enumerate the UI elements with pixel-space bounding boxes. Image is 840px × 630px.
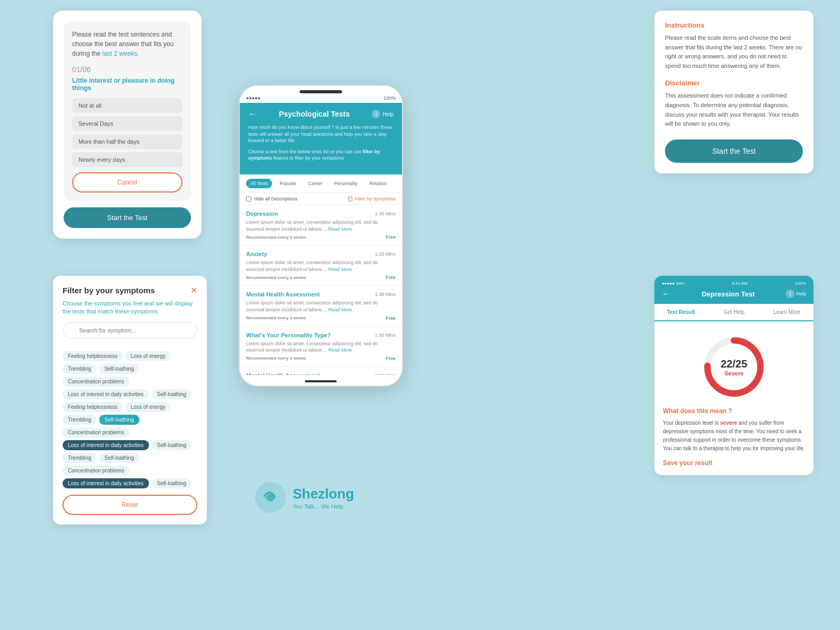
test-name[interactable]: Depression bbox=[246, 211, 278, 217]
logo-section: Shezlong You Talk... We Help bbox=[255, 482, 354, 513]
test-recommended: Recommended every 2 weeks bbox=[246, 316, 306, 320]
symptom-tag[interactable]: Concentration problems bbox=[63, 466, 129, 476]
symptom-tag[interactable]: Loss of interest in daily activities bbox=[63, 389, 149, 399]
symptom-tag[interactable]: Feeling helplessness bbox=[63, 351, 122, 361]
test-list-item: Anxiety 1:30 Mins Lorem ipsum dolor sit … bbox=[240, 246, 402, 286]
filter-by-symptoms-link[interactable]: 📋 Filter by Symptoms bbox=[347, 196, 396, 202]
symptom-tag[interactable]: Self-loathing bbox=[152, 440, 192, 450]
tab-personality[interactable]: Personality bbox=[330, 179, 362, 188]
tab-all-tests[interactable]: All Tests bbox=[246, 179, 272, 188]
logo-tagline: You Talk... We Help bbox=[293, 503, 354, 510]
donut-score: 22/25 bbox=[721, 358, 747, 370]
test-recommended: Recommended every 2 weeks bbox=[246, 356, 306, 361]
phone-help-button[interactable]: i Help bbox=[372, 110, 393, 118]
symptom-search-input[interactable] bbox=[63, 322, 197, 338]
donut-label: 22/25 Severe bbox=[721, 358, 747, 377]
symptom-tag[interactable]: Self-loathing bbox=[99, 415, 139, 425]
symptom-tag[interactable]: Loss of energy bbox=[125, 402, 171, 412]
option-more-than-half[interactable]: More than half the days bbox=[72, 134, 182, 149]
test-name[interactable]: Mental Health Assessment bbox=[246, 291, 320, 298]
test-name[interactable]: Mental Health Assessment bbox=[246, 372, 320, 375]
symptom-tag[interactable]: Self-loathing bbox=[99, 453, 139, 463]
phone-header-sub-desc: Choose a test from the below tests list … bbox=[248, 148, 393, 162]
test-desc: Lorem ipsum dolor sit amet, consectetur … bbox=[246, 219, 396, 232]
quiz-options: Not at all Several Days More than half t… bbox=[72, 98, 182, 167]
symptom-tag[interactable]: Loss of interest in daily activities bbox=[63, 440, 149, 450]
tab-popular[interactable]: Popular bbox=[275, 179, 300, 188]
test-duration: 1:30 Mins bbox=[375, 373, 396, 375]
test-name[interactable]: What's Your Personality Type? bbox=[246, 332, 331, 338]
instructions-title: Instructions bbox=[665, 21, 803, 29]
hide-desc-checkbox[interactable] bbox=[246, 196, 251, 202]
start-test-button-right[interactable]: Start the Test bbox=[665, 139, 803, 163]
symptom-tag[interactable]: Loss of energy bbox=[125, 351, 171, 361]
test-duration: 1:30 Mins bbox=[375, 332, 396, 338]
test-name[interactable]: Anxiety bbox=[246, 251, 267, 257]
option-several-days[interactable]: Several Days bbox=[72, 116, 182, 131]
read-more-link[interactable]: Read More bbox=[328, 267, 352, 272]
tab-relation[interactable]: Relation bbox=[365, 179, 391, 188]
symptom-tag[interactable]: Self-loathing bbox=[152, 478, 192, 488]
tab-test-result[interactable]: Test Result bbox=[654, 304, 707, 321]
filter-subtitle: Choose the symptoms you feel and we will… bbox=[63, 300, 197, 316]
hide-descriptions-toggle[interactable]: Hide all Descriptions bbox=[246, 196, 298, 202]
result-body: 22/25 Severe What does this mean ? Your … bbox=[654, 321, 813, 475]
read-more-link[interactable]: Read More bbox=[328, 226, 352, 232]
test-list-item: Mental Health Assessment 1:30 Mins Lorem… bbox=[240, 286, 402, 326]
start-test-button-quiz[interactable]: Start the Test bbox=[64, 207, 191, 228]
instructions-card: Instructions Please read the scale items… bbox=[654, 11, 813, 173]
logo-text-group: Shezlong You Talk... We Help bbox=[293, 486, 354, 510]
test-desc: Lorem ipsum dolor sit amet, consectetur … bbox=[246, 300, 396, 313]
reset-button[interactable]: Reset bbox=[63, 495, 197, 515]
symptom-tag[interactable]: Concentration problems bbox=[63, 427, 129, 438]
test-desc: Lorem ipsum dolor sit amet, consectetur … bbox=[246, 340, 396, 354]
cancel-button[interactable]: Cancel bbox=[72, 172, 182, 192]
test-recommended: Recommended every 2 weeks bbox=[246, 235, 306, 240]
result-meaning-title: What does this mean ? bbox=[663, 407, 805, 415]
result-status-bar: ●●●●● WiFi 9:41 AM 100% bbox=[662, 281, 806, 286]
result-back-arrow[interactable]: ← bbox=[662, 289, 670, 299]
donut-severity: Severe bbox=[721, 370, 747, 377]
phone-bottom bbox=[240, 375, 402, 386]
result-card: ●●●●● WiFi 9:41 AM 100% ← Depression Tes… bbox=[654, 276, 813, 475]
back-arrow-icon[interactable]: ← bbox=[248, 109, 257, 119]
symptom-tag[interactable]: Self-loathing bbox=[152, 389, 192, 399]
filter-close-button[interactable]: ✕ bbox=[190, 285, 197, 295]
disclaimer-title: Disclaimer bbox=[665, 79, 803, 87]
symptom-tag[interactable]: Concentration problems bbox=[63, 377, 129, 387]
result-info-icon: i bbox=[786, 290, 794, 298]
symptom-tag[interactable]: Loss of interest in daily activities bbox=[63, 478, 149, 488]
symptom-tag[interactable]: Trembling bbox=[63, 453, 97, 463]
phone-header-nav: ← Psychological Tests i Help bbox=[248, 109, 393, 119]
symptom-tag[interactable]: Trembling bbox=[63, 364, 97, 374]
filter-search-wrapper: 🔍 bbox=[63, 322, 197, 345]
filter-header: Filter by your symptoms ✕ bbox=[63, 285, 197, 295]
quiz-card: Please read the test sentences and choos… bbox=[53, 11, 202, 239]
home-indicator bbox=[305, 380, 337, 382]
test-free-badge: Free bbox=[386, 316, 396, 321]
phone-header: ← Psychological Tests i Help How much do… bbox=[240, 103, 402, 174]
result-meaning-text: Your depression level is severe and you … bbox=[663, 419, 805, 453]
info-icon: i bbox=[372, 110, 380, 118]
option-not-at-all[interactable]: Not at all bbox=[72, 98, 182, 113]
logo-icon bbox=[255, 482, 286, 513]
result-chart: 22/25 Severe bbox=[663, 335, 805, 399]
symptom-tag[interactable]: Self-loathing bbox=[99, 364, 139, 374]
option-nearly-every[interactable]: Nearly every days bbox=[72, 152, 182, 167]
quiz-instruction: Please read the test sentences and choos… bbox=[72, 30, 182, 58]
test-list-item: Mental Health Assessment 1:30 Mins Lorem… bbox=[240, 367, 402, 375]
tab-learn-more[interactable]: Learn More bbox=[760, 304, 813, 320]
symptom-tag[interactable]: Trembling bbox=[63, 415, 97, 425]
read-more-link[interactable]: Read More bbox=[328, 307, 352, 312]
test-desc: Lorem ipsum dolor sit amet, consectetur … bbox=[246, 259, 396, 273]
tab-get-help[interactable]: Get Help bbox=[707, 304, 760, 320]
phone-header-title: Psychological Tests bbox=[279, 110, 350, 118]
read-more-link[interactable]: Read More bbox=[328, 347, 352, 353]
tab-career[interactable]: Career bbox=[303, 179, 327, 188]
save-result-title: Save your result bbox=[663, 459, 805, 467]
test-duration: 1:30 Mins bbox=[375, 211, 396, 216]
donut-chart: 22/25 Severe bbox=[702, 335, 766, 399]
test-duration: 1:30 Mins bbox=[375, 251, 396, 257]
symptom-tag[interactable]: Feeling helplessness bbox=[63, 402, 122, 412]
result-help-button[interactable]: i Help bbox=[786, 290, 806, 298]
